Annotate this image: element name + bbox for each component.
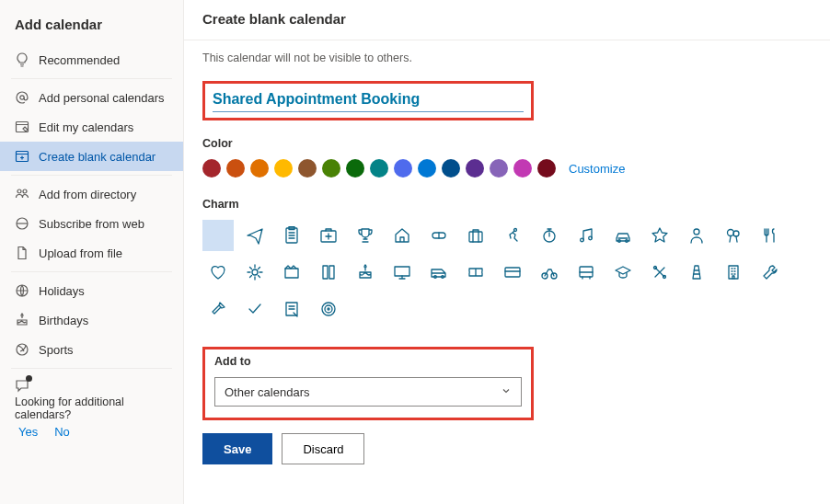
charm-target-icon[interactable] (313, 293, 344, 325)
cake-icon (15, 313, 29, 327)
sidebar-item-add-directory[interactable]: Add from directory (0, 179, 183, 209)
charm-clipboard-icon[interactable] (276, 220, 307, 251)
color-swatch[interactable] (537, 159, 556, 178)
globe-icon (15, 283, 29, 298)
color-swatch[interactable] (394, 159, 412, 178)
svg-point-35 (322, 303, 335, 315)
charm-check-icon[interactable] (239, 293, 271, 325)
color-swatch[interactable] (346, 159, 364, 178)
sidebar-item-holidays[interactable]: Holidays (0, 276, 183, 305)
helper-text: This calendar will not be visible to oth… (202, 52, 812, 64)
charm-running-icon[interactable] (497, 220, 528, 251)
addto-dropdown[interactable]: Other calendars (214, 377, 522, 407)
page-title: Create blank calendar (184, 0, 830, 40)
sidebar-item-sports[interactable]: Sports (0, 335, 183, 364)
charm-tools-icon[interactable] (644, 257, 675, 288)
charm-wrench-icon[interactable] (755, 257, 786, 288)
sidebar-footer: Looking for additional calendars? Yes No (0, 376, 183, 448)
charm-trophy-icon[interactable] (350, 220, 381, 251)
charm-cake-icon[interactable] (350, 257, 381, 288)
charm-ticket-icon[interactable] (460, 257, 491, 288)
discard-button[interactable]: Discard (282, 433, 364, 464)
svg-point-37 (328, 308, 329, 310)
chevron-down-icon (501, 385, 512, 399)
sidebar-item-label: Sports (39, 343, 74, 357)
sidebar-item-edit-calendars[interactable]: Edit my calendars (0, 112, 183, 142)
charm-food-icon[interactable] (755, 220, 786, 251)
color-swatch[interactable] (442, 159, 460, 178)
charm-bike-icon[interactable] (534, 257, 565, 288)
charm-suitcase-icon[interactable] (460, 220, 491, 251)
charm-star-icon[interactable] (644, 220, 675, 251)
sidebar-item-label: Upload from file (39, 246, 122, 260)
charm-home-icon[interactable] (386, 220, 418, 251)
svg-rect-23 (285, 269, 298, 278)
charm-bus-icon[interactable] (571, 257, 602, 288)
charm-book-icon[interactable] (313, 257, 344, 288)
charm-axe-icon[interactable] (202, 293, 234, 325)
sidebar-item-birthdays[interactable]: Birthdays (0, 305, 183, 335)
color-swatch[interactable] (298, 159, 317, 178)
color-swatch[interactable] (370, 159, 388, 178)
charm-timer-icon[interactable] (534, 220, 565, 251)
svg-rect-33 (729, 266, 738, 279)
svg-rect-27 (505, 268, 520, 277)
charm-plane-icon[interactable] (239, 220, 271, 251)
svg-point-0 (20, 96, 24, 99)
charm-person-icon[interactable] (681, 220, 712, 251)
color-swatch[interactable] (322, 159, 340, 178)
charm-van-icon[interactable] (423, 257, 455, 288)
charm-tower-icon[interactable] (681, 257, 712, 288)
sidebar-item-label: Create blank calendar (39, 150, 156, 164)
sidebar-item-label: Recommended (39, 53, 120, 67)
color-swatch[interactable] (490, 159, 508, 178)
calendar-name-input[interactable] (213, 87, 524, 112)
charm-creditcard-icon[interactable] (497, 257, 528, 288)
charm-monitor-icon[interactable] (386, 257, 418, 288)
charm-pill-icon[interactable] (423, 220, 455, 251)
color-swatch[interactable] (274, 159, 293, 178)
addto-highlight: Add to Other calendars (202, 347, 534, 420)
charm-balloons-icon[interactable] (718, 220, 749, 251)
sidebar-item-upload-file[interactable]: Upload from file (0, 238, 183, 268)
charm-movie-icon[interactable] (276, 257, 307, 288)
addto-value: Other calendars (225, 385, 310, 399)
charm-grid (202, 220, 810, 325)
sidebar-item-label: Add personal calendars (39, 91, 165, 105)
charm-none-icon[interactable] (202, 220, 234, 251)
svg-point-19 (694, 229, 699, 235)
color-swatch[interactable] (226, 159, 245, 178)
color-swatch[interactable] (418, 159, 436, 178)
customize-link[interactable]: Customize (569, 162, 625, 176)
save-button[interactable]: Save (202, 433, 272, 464)
svg-point-7 (17, 344, 28, 355)
color-swatch[interactable] (513, 159, 532, 178)
bulb-icon (15, 52, 29, 67)
charm-music-icon[interactable] (571, 220, 602, 251)
charm-grad-icon[interactable] (607, 257, 639, 288)
charm-car-icon[interactable] (607, 220, 639, 251)
charm-gear-icon[interactable] (239, 257, 271, 288)
charm-building-icon[interactable] (718, 257, 749, 288)
svg-point-15 (581, 238, 584, 242)
color-swatch[interactable] (202, 159, 221, 178)
sidebar-item-recommended[interactable]: Recommended (0, 45, 183, 74)
svg-rect-24 (395, 267, 409, 276)
chat-icon (15, 378, 29, 393)
color-label: Color (202, 137, 812, 150)
footer-no-link[interactable]: No (54, 425, 70, 439)
footer-yes-link[interactable]: Yes (18, 425, 38, 439)
sidebar-item-create-blank[interactable]: Create blank calendar (0, 142, 183, 171)
sidebar-item-add-personal[interactable]: Add personal calendars (0, 83, 183, 112)
charm-note-icon[interactable] (276, 293, 307, 325)
sidebar-item-subscribe-web[interactable]: Subscribe from web (0, 209, 183, 238)
file-icon (15, 246, 29, 260)
charm-heart-icon[interactable] (202, 257, 234, 288)
web-icon (15, 216, 29, 231)
color-swatch[interactable] (250, 159, 269, 178)
color-row: Customize (202, 159, 812, 178)
sidebar-footer-text: Looking for additional calendars? (15, 395, 168, 421)
sidebar-item-label: Edit my calendars (39, 120, 133, 134)
color-swatch[interactable] (466, 159, 484, 178)
charm-medkit-icon[interactable] (313, 220, 344, 251)
